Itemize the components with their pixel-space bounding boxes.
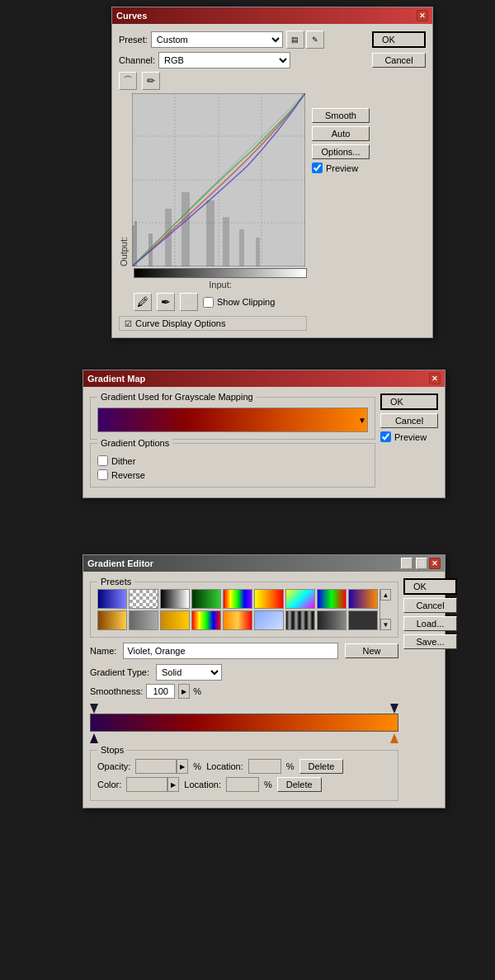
svg-rect-9 [134, 221, 137, 266]
opacity-stepper[interactable]: ▶ [177, 759, 188, 774]
gradient-map-ok-button[interactable]: OK [380, 393, 438, 410]
channel-select[interactable]: RGB [158, 52, 290, 68]
presets-scroll-up[interactable]: ▲ [380, 589, 391, 601]
reverse-label: Reverse [111, 470, 145, 480]
gradient-type-select[interactable]: Solid [156, 664, 222, 681]
gradient-editor-preview-bar[interactable] [90, 714, 398, 732]
gradient-map-preview-label[interactable]: Preview [380, 431, 438, 442]
opacity-stop-right[interactable] [390, 704, 398, 714]
gradient-map-preview-checkbox[interactable] [380, 431, 391, 442]
preset-item[interactable] [160, 610, 190, 630]
gradient-map-bar[interactable] [97, 408, 368, 432]
preset-item[interactable] [317, 589, 346, 609]
preset-item[interactable] [348, 589, 378, 609]
show-clipping-checkbox[interactable] [203, 297, 214, 308]
gradient-new-button[interactable]: New [345, 643, 398, 658]
gradient-type-row: Gradient Type: Solid [90, 664, 398, 681]
color-location-input[interactable] [226, 777, 259, 792]
color-label: Color: [97, 780, 121, 789]
gradient-map-cancel-button[interactable]: Cancel [380, 413, 438, 428]
preset-item[interactable] [254, 589, 284, 609]
gradient-map-close-button[interactable]: ✕ [429, 373, 441, 384]
gradient-bar-arrow[interactable]: ▼ [358, 416, 366, 425]
preset-item[interactable] [254, 610, 284, 630]
preset-item[interactable] [223, 589, 252, 609]
gradient-editor-close-button[interactable]: ✕ [429, 558, 441, 569]
gradient-map-right: OK Cancel Preview [380, 393, 438, 491]
gradient-editor-save-button[interactable]: Save... [403, 634, 457, 649]
gradient-editor-content: Presets [90, 578, 438, 801]
preset-item[interactable] [317, 610, 346, 630]
smoothness-stepper[interactable]: ▶ [178, 684, 190, 699]
preset-item[interactable] [285, 610, 315, 630]
reverse-checkbox[interactable] [97, 469, 108, 480]
gradient-name-row: Name: New [90, 643, 398, 659]
gradient-editor-title-bar[interactable]: Gradient Editor _ □ ✕ [83, 555, 445, 572]
preset-item[interactable] [191, 610, 221, 630]
preset-item[interactable] [129, 589, 158, 609]
dither-row[interactable]: Dither [97, 455, 368, 466]
curves-preview-checkbox[interactable] [312, 163, 323, 173]
curves-title-bar[interactable]: Curves ✕ [112, 7, 432, 24]
curves-icon-btn-2[interactable]: ✎ [306, 31, 324, 49]
curves-icon-btn-1[interactable]: ▤ [286, 31, 304, 49]
presets-scroll-down[interactable]: ▼ [380, 619, 391, 630]
curves-graph-container[interactable] [132, 93, 305, 266]
gradient-editor-ok-button[interactable]: OK [403, 578, 457, 595]
curves-main-area: ⌒ ✏ Output: [119, 72, 426, 331]
preset-item[interactable] [191, 589, 221, 609]
curves-title: Curves [116, 11, 147, 21]
color-stops-row [90, 732, 398, 743]
curves-eyedropper-black[interactable]: 🖉 [134, 293, 152, 311]
opacity-delete-button[interactable]: Delete [299, 759, 344, 774]
gradient-editor-minimize-button[interactable]: _ [401, 558, 412, 569]
curves-smooth-button[interactable]: Smooth [312, 108, 370, 123]
curves-cancel-button[interactable]: Cancel [372, 53, 426, 68]
svg-rect-16 [256, 238, 260, 266]
curves-preview-label[interactable]: Preview [312, 163, 370, 173]
color-stop-left[interactable] [90, 733, 98, 743]
curves-eyedropper-white[interactable]: ✒ [180, 293, 198, 311]
smoothness-input[interactable] [146, 684, 175, 699]
show-clipping-label[interactable]: Show Clipping [203, 297, 275, 308]
preset-item[interactable] [129, 610, 158, 630]
gradient-editor-dialog: Gradient Editor _ □ ✕ Presets [82, 554, 446, 808]
preset-item[interactable] [348, 610, 378, 630]
curves-tool-curve[interactable]: ⌒ [119, 72, 137, 90]
curves-options-button[interactable]: Options... [312, 144, 370, 159]
gradient-bar-wrapper[interactable]: ▼ [97, 408, 368, 432]
gradient-editor-maximize-button[interactable]: □ [416, 558, 427, 569]
preset-item[interactable] [285, 589, 315, 609]
curves-body: Preset: Custom ▤ ✎ OK Channel: RGB Cance… [112, 24, 432, 337]
curves-ok-button[interactable]: OK [372, 31, 426, 48]
gradient-type-label: Gradient Type: [90, 667, 149, 677]
presets-scroll-track [380, 601, 391, 619]
opacity-location-input[interactable] [248, 759, 281, 774]
curves-close-button[interactable]: ✕ [417, 10, 428, 21]
curves-auto-button[interactable]: Auto [312, 126, 370, 141]
preset-select[interactable]: Custom [151, 31, 283, 48]
opacity-value-input[interactable] [135, 759, 177, 774]
color-delete-button[interactable]: Delete [277, 777, 322, 792]
title-bar-buttons: ✕ [417, 10, 428, 21]
opacity-stop-left[interactable] [90, 704, 98, 714]
gradient-map-title-bar[interactable]: Gradient Map ✕ [83, 370, 445, 387]
reverse-row[interactable]: Reverse [97, 469, 368, 480]
color-stop-right[interactable] [390, 733, 398, 743]
preset-item[interactable] [97, 610, 127, 630]
curves-dialog: Curves ✕ Preset: Custom ▤ ✎ OK Channel: … [111, 7, 433, 338]
preset-item[interactable] [97, 589, 127, 609]
curves-graph-area: Output: [119, 93, 307, 266]
dither-checkbox[interactable] [97, 455, 108, 466]
preset-item[interactable] [160, 589, 190, 609]
curves-tool-pencil[interactable]: ✏ [142, 72, 160, 90]
gradient-editor-load-button[interactable]: Load... [403, 616, 457, 631]
color-stepper[interactable]: ▶ [167, 777, 179, 792]
gradient-editor-cancel-button[interactable]: Cancel [403, 598, 457, 613]
color-swatch[interactable] [126, 777, 167, 792]
curves-eyedropper-gray[interactable]: ✒ [157, 293, 175, 311]
curve-display-toggle[interactable]: ☑ [125, 319, 132, 328]
preset-item[interactable] [223, 610, 252, 630]
curves-left-panel: ⌒ ✏ Output: [119, 72, 307, 331]
gradient-name-input[interactable] [123, 643, 338, 659]
